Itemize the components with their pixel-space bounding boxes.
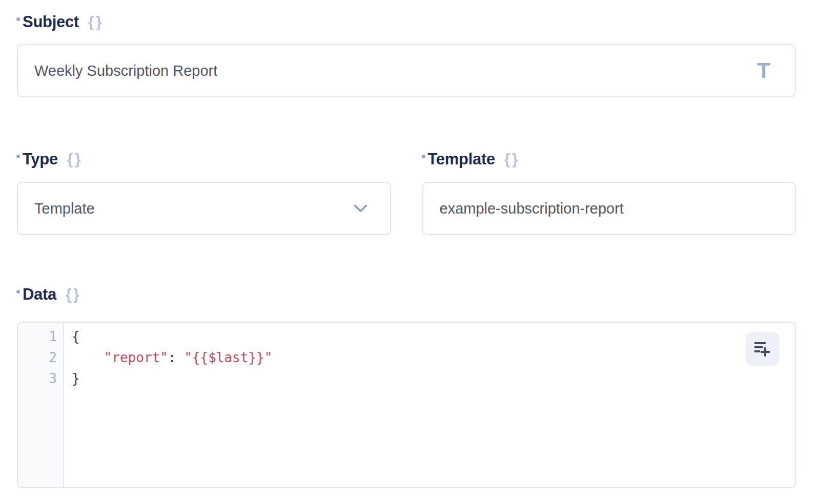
subject-label-row: Subject {} [17,13,796,31]
type-label-row: Type {} [17,150,391,169]
template-label-row: Template {} [422,150,796,169]
code-lines: 1{2 "report": "{{$last}}"3} [18,323,795,389]
line-number: 2 [18,350,64,365]
type-label: Type [23,150,58,169]
line-number: 1 [18,329,64,344]
chevron-down-icon [354,204,375,213]
subject-field-section: Subject {} Weekly Subscription Report T [17,13,796,97]
template-label: Template [428,150,495,169]
data-label-row: Data {} [17,285,796,304]
template-input[interactable]: example-subscription-report [422,182,796,235]
type-select[interactable]: Template [17,182,391,235]
subject-label: Subject [23,13,79,31]
text-type-icon[interactable]: T [757,58,780,83]
email-template-form: Subject {} Weekly Subscription Report T … [0,0,820,488]
template-field-section: Template {} example-subscription-report [422,150,796,235]
subject-input[interactable]: Weekly Subscription Report T [17,44,796,97]
expression-braces-icon[interactable]: {} [504,150,520,169]
code-line-text: { [64,329,80,344]
label-bullet-icon [422,155,425,158]
code-line: 2 "report": "{{$last}}" [18,347,795,368]
label-bullet-icon [16,17,20,21]
type-field-section: Type {} Template [17,150,391,235]
data-label: Data [23,285,56,304]
type-select-value: Template [34,200,95,217]
code-line: 1{ [18,326,795,347]
label-bullet-icon [16,290,20,293]
data-field-section: Data {} 1{2 "report": "{{$last}}"3} [17,285,796,488]
template-input-value: example-subscription-report [440,200,624,217]
playlist-add-icon [753,341,772,358]
data-code-editor[interactable]: 1{2 "report": "{{$last}}"3} [17,322,796,488]
expression-braces-icon[interactable]: {} [67,150,83,169]
code-line-text: } [64,371,80,386]
expression-braces-icon[interactable]: {} [66,285,81,304]
type-template-row: Type {} Template Template {} example-sub… [17,150,796,235]
label-bullet-icon [16,155,20,158]
expression-braces-icon[interactable]: {} [88,13,104,31]
insert-snippet-button[interactable] [746,332,780,366]
subject-input-value: Weekly Subscription Report [34,62,217,79]
line-number: 3 [18,371,64,386]
code-line: 3} [18,368,795,389]
code-line-text: "report": "{{$last}}" [64,350,272,365]
